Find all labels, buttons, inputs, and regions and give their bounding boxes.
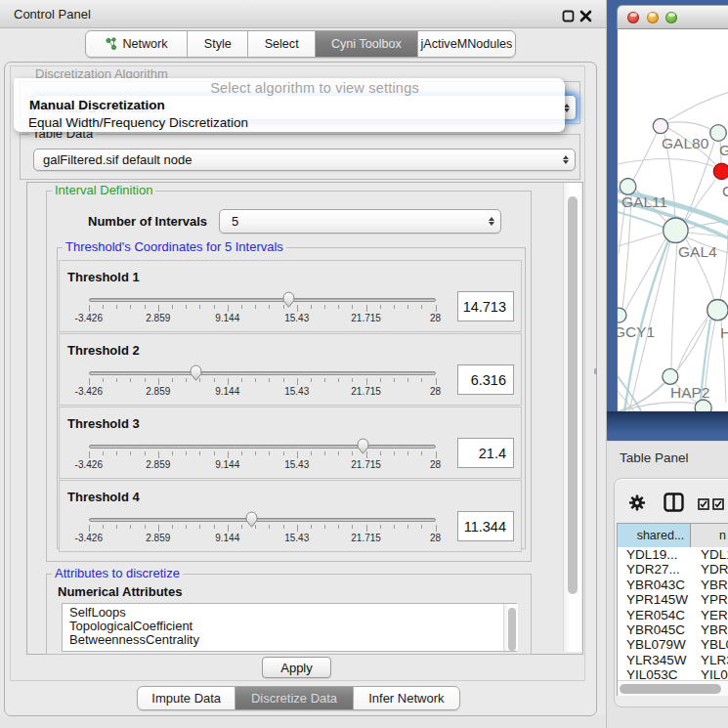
table-row[interactable]: YPR145WYPR1 [618,592,728,607]
network-node-hap2[interactable] [663,368,678,384]
tab-jactivemnodules[interactable]: jActiveMNodules [418,31,515,57]
tab-discretize-data[interactable]: Discretize Data [236,687,353,709]
slider-tick [145,378,146,382]
columns-icon[interactable] [664,492,684,516]
zoom-traffic-light[interactable] [665,12,677,23]
network-node-gcy1[interactable] [618,308,626,322]
slider-track[interactable] [89,518,436,522]
cell-shared-name[interactable]: YBL079W [618,637,691,652]
network-view[interactable]: GAL80GAL3CDC25GAL11GAL4GCY1HIS4HAP2 [617,29,728,411]
network-edge[interactable] [633,133,657,180]
tab-impute-data[interactable]: Impute Data [138,687,236,709]
attribute-item[interactable]: BetweennessCentrality [63,633,516,647]
network-node-gal3[interactable] [710,125,727,142]
cell-name[interactable]: YBL0 [691,637,728,652]
table-row[interactable]: YLR345WYLR3 [618,653,728,667]
slider-track[interactable] [89,371,436,375]
table-row[interactable]: YBR045CYBR0 [618,622,728,637]
popup-item-manual-discretization[interactable]: Manual Discretization [14,97,565,114]
cell-shared-name[interactable]: YIL053C [618,667,691,681]
table-row[interactable]: YBR043CYBR0 [618,578,728,592]
splitpane-handle[interactable] [594,368,597,374]
network-edge[interactable] [621,403,696,411]
table-row[interactable]: YBL079WYBL0 [618,637,728,652]
table-row[interactable]: YDL19...YDL1 [618,547,728,562]
table-horizontal-scrollbar-thumb[interactable] [620,684,721,694]
network-edge[interactable] [618,233,664,246]
cell-shared-name[interactable]: YER054C [618,608,691,622]
close-traffic-light[interactable] [627,12,639,23]
tab-style[interactable]: Style [188,31,248,57]
tab-network[interactable]: Network [86,31,188,57]
network-node-gal80[interactable] [653,118,667,133]
network-edge[interactable] [618,158,713,166]
settings-scrollbar-thumb[interactable] [568,196,578,594]
number-of-intervals-label: Number of Intervals [88,214,207,229]
network-node-bot[interactable] [695,400,711,411]
threshold-value-field[interactable]: 21.4 [457,438,514,468]
cell-shared-name[interactable]: YBR045C [618,622,691,637]
slider-thumb[interactable] [189,364,203,382]
close-window-button[interactable] [579,9,592,21]
attributes-list-scrollbar[interactable] [503,604,518,651]
cell-name[interactable]: YIL0 [691,667,728,681]
slider-thumb[interactable] [356,437,370,455]
slider-tick [436,525,437,532]
slider-thumb[interactable] [281,290,296,309]
column-header-shared-name[interactable]: shared... [618,524,691,547]
gear-icon[interactable] [629,494,645,515]
cell-name[interactable]: YPR1 [691,592,728,607]
tab-infer-network[interactable]: Infer Network [354,687,459,709]
network-node-red[interactable] [713,163,728,179]
table-data-combobox[interactable]: galFiltered.sif default node [33,149,576,171]
network-edge[interactable] [625,237,666,310]
network-edge[interactable] [667,122,710,129]
apply-button[interactable]: Apply [262,657,331,678]
checkbox-icon[interactable] [698,496,709,514]
settings-scrollbar[interactable] [563,183,581,652]
threshold-label: Threshold 2 [67,343,140,358]
slider-tick [311,525,312,529]
cell-name[interactable]: YDR2 [691,562,728,577]
cell-shared-name[interactable]: YDL19... [618,547,691,562]
table-row[interactable]: YER054CYER0 [618,608,728,622]
slider-track[interactable] [89,445,436,449]
slider-tick [436,378,437,385]
slider-track[interactable] [89,298,436,302]
attribute-item[interactable]: TopologicalCoefficient [63,620,516,633]
cell-name[interactable]: YLR3 [691,653,728,667]
minimize-traffic-light[interactable] [647,12,659,23]
network-edge[interactable] [720,230,728,300]
tab-select[interactable]: Select [248,31,315,57]
network-edge[interactable] [671,242,677,368]
table-row[interactable]: YIL053CYIL0 [618,667,728,681]
float-window-button[interactable] [562,9,575,21]
number-of-intervals-combobox[interactable]: 5 [219,209,501,234]
threshold-value-field[interactable]: 6.316 [457,364,514,395]
attributes-list-scrollbar-thumb[interactable] [508,608,516,651]
cell-name[interactable]: YBR0 [691,578,728,592]
cell-name[interactable]: YDL1 [691,547,728,562]
threshold-value-field[interactable]: 11.344 [457,511,514,541]
slider-tick-label: -3.426 [75,533,103,543]
cell-name[interactable]: YER0 [691,608,728,622]
checkbox-icon[interactable] [712,496,724,514]
network-edge[interactable] [668,92,728,120]
network-node-his[interactable] [707,300,728,321]
threshold-value-field[interactable]: 14.713 [457,291,514,321]
tab-cyni-toolbox[interactable]: Cyni Toolbox [316,31,418,57]
slider-tick [186,378,187,382]
slider-thumb[interactable] [244,510,259,529]
network-node-gal4[interactable] [664,218,688,242]
table-row[interactable]: YDR27...YDR2 [618,562,728,577]
column-header-name[interactable]: n [691,524,728,547]
network-node-gal11[interactable] [620,179,636,195]
cell-shared-name[interactable]: YDR27... [618,562,691,577]
popup-item-equal-width-frequency[interactable]: Equal Width/Frequency Discretization [14,114,565,132]
attribute-item[interactable]: SelfLoops [63,606,516,620]
cell-shared-name[interactable]: YPR145W [618,592,691,607]
table-horizontal-scrollbar[interactable] [618,680,728,696]
cell-shared-name[interactable]: YLR345W [618,653,691,667]
cell-name[interactable]: YBR0 [691,622,728,637]
cell-shared-name[interactable]: YBR043C [618,578,691,592]
